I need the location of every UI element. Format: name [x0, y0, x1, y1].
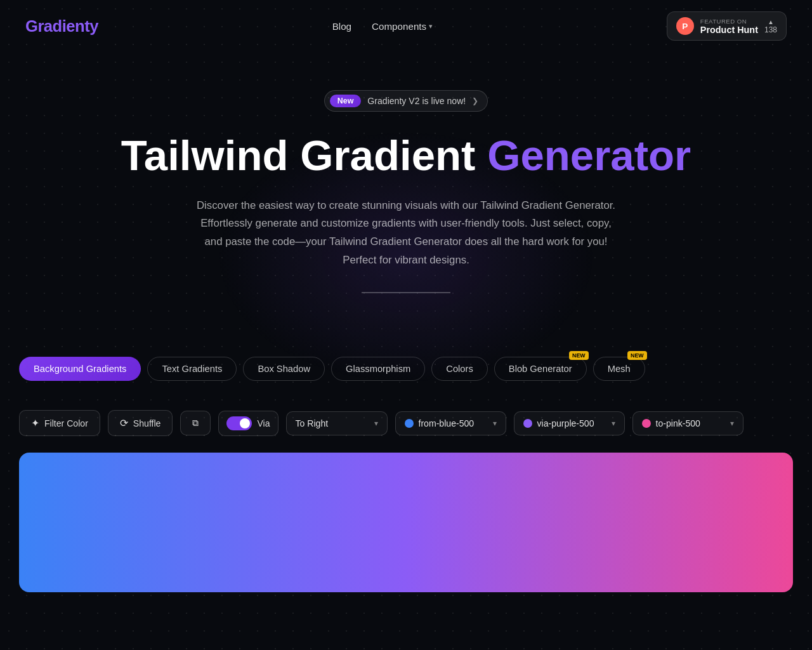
nav-blog[interactable]: Blog: [332, 21, 351, 32]
nav-links: Blog Components ▾: [332, 21, 433, 32]
from-color-dot: [405, 419, 414, 428]
product-hunt-icon: P: [676, 17, 694, 35]
logo-text-start: Gradient: [25, 17, 89, 35]
toggle-knob: [240, 418, 250, 428]
upvote-count: 138: [764, 25, 777, 34]
from-color-select[interactable]: from-blue-500 ▾: [395, 411, 506, 435]
tab-new-badge: NEW: [569, 351, 589, 360]
controls-bar: ✦ Filter Color ⟳ Shuffle ⧉ Via To Right …: [0, 400, 812, 446]
new-badge[interactable]: New Gradienty V2 is live now! ❯: [324, 90, 488, 112]
new-pill: New: [330, 95, 362, 107]
product-hunt-count: ▲ 138: [764, 18, 777, 34]
direction-value: To Right: [296, 418, 369, 428]
to-color-value: to-pink-500: [656, 418, 725, 428]
product-hunt-text: FEATURED ON Product Hunt: [700, 18, 758, 35]
hero-section: New Gradienty V2 is live now! ❯ Tailwind…: [0, 52, 812, 319]
tab-box-shadow[interactable]: Box Shadow: [243, 357, 325, 381]
via-toggle[interactable]: [226, 416, 252, 430]
product-hunt-badge[interactable]: P FEATURED ON Product Hunt ▲ 138: [667, 11, 787, 41]
to-chevron-icon: ▾: [730, 419, 734, 428]
direction-chevron-icon: ▾: [374, 419, 378, 428]
headline-accent: Generator: [487, 131, 691, 179]
tab-background-gradients[interactable]: Background Gradients: [19, 357, 141, 381]
hero-description: Discover the easiest way to create stunn…: [190, 197, 622, 269]
via-color-value: via-purple-500: [537, 418, 606, 428]
logo[interactable]: Gradienty: [25, 17, 98, 36]
navbar: Gradienty Blog Components ▾ P FEATURED O…: [0, 0, 812, 52]
via-label: Via: [257, 418, 270, 428]
via-chevron-icon: ▾: [612, 419, 615, 428]
filter-color-icon: ✦: [31, 417, 39, 429]
via-toggle-wrap: Via: [218, 411, 278, 436]
headline-start: Tailwind Gradient: [121, 131, 487, 179]
from-chevron-icon: ▾: [493, 419, 497, 428]
nav-components[interactable]: Components ▾: [372, 21, 433, 32]
copy-button[interactable]: ⧉: [180, 411, 211, 435]
shuffle-icon: ⟳: [120, 417, 128, 429]
chevron-down-icon: ▾: [429, 22, 433, 30]
to-color-select[interactable]: to-pink-500 ▾: [632, 411, 743, 435]
copy-icon: ⧉: [192, 418, 199, 428]
to-color-dot: [642, 419, 651, 428]
direction-select[interactable]: To Right ▾: [286, 411, 388, 435]
upvote-arrow-icon: ▲: [768, 18, 774, 25]
shuffle-label: Shuffle: [133, 418, 161, 428]
tab-glassmorphism[interactable]: Glassmorphism: [331, 357, 425, 381]
gradient-preview: [19, 453, 793, 592]
main-headline: Tailwind Gradient Generator: [13, 132, 799, 179]
product-hunt-featured-label: FEATURED ON: [700, 18, 758, 25]
via-color-dot: [523, 419, 532, 428]
tab-text-gradients[interactable]: Text Gradients: [147, 357, 237, 381]
filter-color-label: Filter Color: [44, 418, 88, 428]
tab-blob-generator[interactable]: Blob GeneratorNEW: [494, 357, 587, 381]
hero-divider: [362, 292, 450, 293]
via-color-select[interactable]: via-purple-500 ▾: [514, 411, 625, 435]
tab-colors[interactable]: Colors: [431, 357, 488, 381]
tab-mesh[interactable]: MeshNEW: [593, 357, 645, 381]
tab-new-badge: NEW: [627, 351, 647, 360]
tabs-section: Background GradientsText GradientsBox Sh…: [0, 319, 812, 400]
logo-text-accent: y: [89, 17, 98, 35]
from-color-value: from-blue-500: [419, 418, 488, 428]
filter-color-button[interactable]: ✦ Filter Color: [19, 410, 100, 436]
badge-text: Gradienty V2 is live now!: [367, 96, 466, 106]
badge-arrow-icon: ❯: [472, 96, 478, 105]
product-hunt-name: Product Hunt: [700, 25, 758, 35]
shuffle-button[interactable]: ⟳ Shuffle: [108, 410, 173, 436]
